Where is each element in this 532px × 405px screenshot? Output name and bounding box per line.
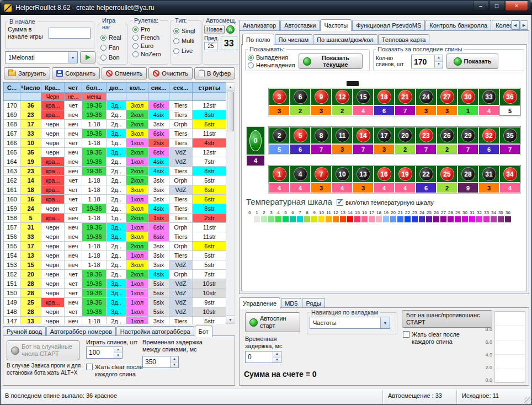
- radio-dot-icon[interactable]: [100, 45, 107, 51]
- play-button[interactable]: [80, 51, 95, 63]
- field-number-cell[interactable]: 4: [290, 166, 311, 183]
- history-row[interactable]: 15731черннеч19-363д..1кол6sixOrph11str: [4, 223, 226, 232]
- history-row[interactable]: 15128чернчет19-363д..1кол5sixVdZ10str: [4, 279, 226, 289]
- tab-Тепловая карта[interactable]: Тепловая карта: [378, 34, 430, 45]
- column-header[interactable]: сик...: [148, 83, 169, 93]
- copy-buffer-button[interactable]: В буфер: [194, 67, 235, 79]
- radio-NoZero[interactable]: NoZero: [132, 50, 166, 58]
- history-row[interactable]: 16733черннеч19-363д..3кол6sixTiers11str: [4, 129, 226, 138]
- tab-Контроль банкролла[interactable]: Контроль банкролла: [425, 20, 491, 30]
- field-number-cell[interactable]: 14: [353, 127, 374, 144]
- chevron-down-icon[interactable]: ▼: [68, 52, 77, 63]
- field-number-cell[interactable]: 21: [395, 88, 416, 105]
- field-number-cell[interactable]: 1: [269, 166, 290, 183]
- temperature-checkbox[interactable]: [337, 199, 343, 206]
- radio-Multi[interactable]: Multi: [173, 37, 199, 45]
- history-row[interactable]: 14828чернчет19-363д..1кол5sixVdZ10str: [4, 307, 226, 317]
- spinner-up-icon[interactable]: ▲: [273, 351, 281, 358]
- field-number-cell[interactable]: 20: [395, 127, 416, 144]
- spinner-down-icon[interactable]: ▼: [114, 353, 122, 359]
- titlebar[interactable]: HelperRoullet 8.62 - create helperroulle…: [1, 1, 531, 15]
- spinner-down-icon[interactable]: ▼: [171, 363, 178, 368]
- radio-dot-icon[interactable]: [248, 62, 254, 68]
- field-number-cell[interactable]: 28: [457, 166, 478, 183]
- clear-checkbox[interactable]: [86, 364, 93, 370]
- column-header[interactable]: стриты: [193, 83, 226, 93]
- field-number-cell[interactable]: 33: [478, 88, 499, 105]
- radio-dot-icon[interactable]: [173, 38, 179, 44]
- field-number-cell[interactable]: 27: [437, 88, 457, 105]
- spinner-down-icon[interactable]: ▼: [435, 62, 443, 68]
- history-row[interactable]: 16923кра...неч19-362д..2кол4sixTiers8str: [4, 110, 226, 120]
- history-row[interactable]: 15315черннеч1-182д..3кол3sixVdZ5str: [4, 260, 226, 270]
- save-button[interactable]: Сохранить: [52, 67, 100, 79]
- resize-grip[interactable]: [524, 397, 531, 404]
- field-zero-cell[interactable]: 0: [246, 126, 265, 155]
- field-number-cell[interactable]: 13: [353, 166, 374, 183]
- radio-Выпадения[interactable]: Выпадения: [248, 54, 295, 61]
- field-number-cell[interactable]: 26: [437, 127, 457, 144]
- history-row[interactable]: 16535черннеч19-363д..2кол6sixVdZ12str: [4, 148, 226, 157]
- undo-button[interactable]: Отменить: [102, 67, 147, 79]
- field-number-cell[interactable]: 35: [499, 127, 520, 144]
- clear-after-spin-option[interactable]: Жать clear после каждого спина: [403, 331, 474, 345]
- column-header[interactable]: бол...: [82, 83, 107, 93]
- clear-checkbox[interactable]: [403, 331, 409, 338]
- minimize-button[interactable]: –: [473, 1, 488, 11]
- column-header[interactable]: Число: [20, 83, 41, 93]
- start-sum-input[interactable]: [49, 28, 91, 39]
- show-current-button[interactable]: Показать текущие: [299, 54, 363, 69]
- tab-scroll-left-icon[interactable]: ◀: [511, 20, 519, 30]
- spinner-down-icon[interactable]: ▼: [273, 358, 281, 363]
- splitter-grip[interactable]: [347, 81, 359, 86]
- field-number-cell[interactable]: 29: [457, 127, 478, 144]
- column-header[interactable]: сек...: [169, 83, 193, 93]
- history-row[interactable]: 16323кра...неч19-362д..2кол4sixTiers8str: [4, 167, 226, 176]
- field-number-cell[interactable]: 25: [437, 166, 457, 183]
- preset-select[interactable]: 1Melonati ▼: [5, 51, 78, 63]
- radio-Fan[interactable]: Fan: [100, 44, 125, 51]
- tab-Бот[interactable]: Бот: [195, 326, 212, 337]
- field-number-cell[interactable]: 17: [374, 127, 395, 144]
- maximize-button[interactable]: □: [489, 1, 504, 11]
- field-number-cell[interactable]: 18: [374, 88, 395, 105]
- tab-По полю[interactable]: По полю: [242, 34, 274, 45]
- chance-bot-start-button[interactable]: Бот на шанс/противошанс СТАРТ: [402, 310, 492, 328]
- radio-dot-icon[interactable]: [132, 26, 139, 33]
- scroll-up-icon[interactable]: ▲: [226, 83, 235, 91]
- radio-dot-icon[interactable]: [100, 35, 107, 41]
- history-row[interactable]: 15028чернчет19-363д..1кол5sixVdZ10str: [4, 289, 226, 298]
- history-row[interactable]: 15413черннеч1-182д..1кол3sixTiers5str: [4, 251, 226, 260]
- field-number-cell[interactable]: 9: [311, 88, 332, 105]
- history-row[interactable]: 16016кра...чет1-182д..1кол3sixTiers6str: [4, 195, 226, 204]
- column-header[interactable]: дю...: [107, 83, 126, 93]
- scrollbar-thumb[interactable]: [227, 92, 234, 131]
- field-number-cell[interactable]: 7: [311, 166, 332, 183]
- tab-Частоты[interactable]: Частоты: [320, 19, 352, 31]
- spins-count-value[interactable]: 100: [87, 347, 114, 358]
- show-button[interactable]: Показать: [446, 54, 498, 69]
- history-row[interactable]: 15220чернчет19-362д..2кол4sixOrph7str: [4, 270, 226, 279]
- history-row[interactable]: 17036кра...чет19-363д..3кол6sixTiers12st…: [4, 101, 226, 110]
- close-button[interactable]: ×: [505, 1, 528, 11]
- radio-dot-icon[interactable]: [132, 51, 139, 57]
- field-number-cell[interactable]: 36: [499, 88, 520, 105]
- radio-Singl[interactable]: Singl: [173, 27, 199, 35]
- history-row[interactable]: 16817черннеч1-182д..2кол3sixOrph6str: [4, 120, 226, 129]
- scroll-down-icon[interactable]: ▼: [226, 315, 235, 323]
- temperature-toggle[interactable]: вкл/откл температурную шкалу: [337, 199, 434, 206]
- radio-Pro[interactable]: Pro: [132, 25, 166, 33]
- radio-dot-icon[interactable]: [100, 55, 107, 61]
- radio-dot-icon[interactable]: [132, 43, 139, 49]
- column-header[interactable]: С...: [4, 83, 20, 93]
- field-number-cell[interactable]: 31: [478, 166, 499, 183]
- field-number-cell[interactable]: 22: [416, 166, 437, 183]
- field-number-cell[interactable]: 8: [311, 127, 332, 144]
- tab-navigation-select[interactable]: Частоты ▼: [310, 317, 390, 329]
- history-row[interactable]: 15517черннеч1-182д..2кол3sixOrph6str: [4, 242, 226, 251]
- random-bot-button[interactable]: Бот на случайные числа СТАРТ: [7, 340, 79, 360]
- radio-dot-icon[interactable]: [173, 48, 179, 54]
- field-number-cell[interactable]: 23: [416, 127, 437, 144]
- history-row[interactable]: 15633черннеч19-363д..3кол6sixTiers11str: [4, 232, 226, 242]
- clear-after-spin-option[interactable]: Жать clear после каждого спина: [86, 364, 148, 378]
